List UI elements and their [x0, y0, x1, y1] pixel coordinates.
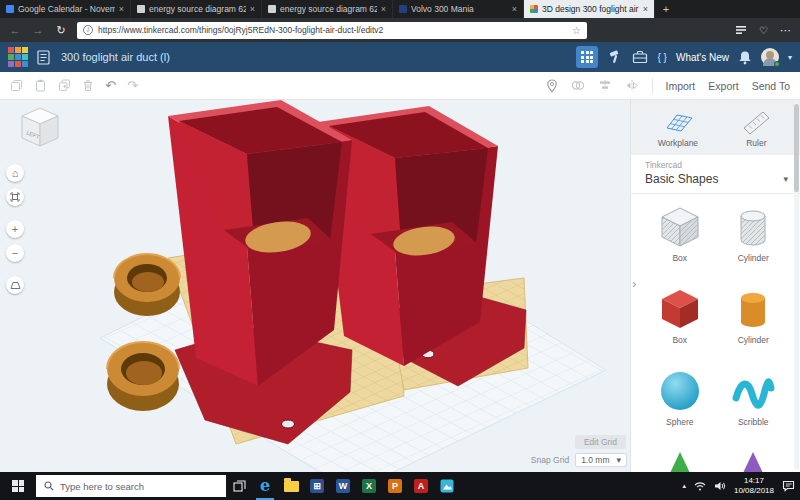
design-menu-icon[interactable]	[37, 50, 50, 65]
perspective-button[interactable]	[6, 276, 24, 294]
home-view-button[interactable]: ⌂	[6, 164, 24, 182]
briefcase-icon[interactable]	[632, 50, 648, 64]
browser-tab[interactable]: energy source diagram 62368 ×	[131, 0, 262, 18]
tab-close-icon[interactable]: ×	[250, 4, 255, 14]
network-icon[interactable]	[694, 481, 706, 491]
category-section: Tinkercad Basic Shapes ▾	[631, 155, 800, 194]
site-info-icon[interactable]: i	[83, 25, 93, 35]
store-button[interactable]: ⊞	[304, 472, 330, 500]
notifications-bell-icon[interactable]	[738, 50, 752, 65]
design-title[interactable]: 300 foglight air duct (l)	[61, 51, 170, 63]
ruler-helper[interactable]: Ruler	[739, 109, 773, 148]
delete-icon[interactable]	[82, 79, 94, 92]
scene-3d[interactable]	[0, 100, 630, 472]
shape-label: Cylinder	[738, 253, 769, 263]
tinkercad-logo[interactable]	[8, 47, 28, 67]
tinkercad-favicon-icon	[530, 5, 538, 13]
ring-top[interactable]	[114, 254, 180, 316]
tab-close-icon[interactable]: ×	[512, 4, 517, 14]
word-button[interactable]: W	[330, 472, 356, 500]
duct-left[interactable]	[168, 100, 352, 444]
hub-icon[interactable]	[735, 24, 747, 36]
cylinder-orange-icon	[731, 286, 775, 332]
task-view-icon	[233, 480, 246, 493]
tab-close-icon[interactable]: ×	[119, 4, 124, 14]
fit-view-button[interactable]	[6, 188, 24, 206]
start-button[interactable]	[0, 472, 36, 500]
codeblocks-icon[interactable]: { }	[657, 52, 666, 63]
browser-menu-icon[interactable]: ⋯	[780, 24, 792, 37]
task-view-button[interactable]	[226, 472, 252, 500]
workplane-helper[interactable]: Workplane	[658, 109, 698, 148]
acrobat-button[interactable]: A	[408, 472, 434, 500]
ring-bottom[interactable]	[107, 342, 179, 411]
ruler-label: Ruler	[746, 138, 766, 148]
pin-icon[interactable]	[546, 79, 558, 93]
photos-button[interactable]	[434, 472, 460, 500]
search-input[interactable]: Type here to search	[36, 475, 226, 497]
file-explorer-icon	[284, 481, 299, 492]
import-button[interactable]: Import	[666, 80, 696, 92]
design-canvas[interactable]: LEFT ⌂ + − Edit Grid	[0, 100, 630, 472]
edge-taskbar-button[interactable]: e	[252, 472, 278, 500]
view-blocks-button[interactable]	[576, 46, 598, 68]
new-tab-button[interactable]: +	[655, 0, 677, 18]
shape-box-red[interactable]: Box	[645, 286, 715, 360]
file-explorer-button[interactable]	[278, 472, 304, 500]
powerpoint-button[interactable]: P	[382, 472, 408, 500]
box-transparent-icon	[658, 204, 702, 250]
panel-scrollbar[interactable]	[794, 102, 799, 470]
excel-button[interactable]: X	[356, 472, 382, 500]
shape-box-transparent[interactable]: Box	[645, 204, 715, 278]
shape-cylinder-transparent[interactable]: Cylinder	[719, 204, 789, 278]
tab-close-icon[interactable]: ×	[643, 4, 648, 14]
taskbar-clock[interactable]: 14:17 10/08/2018	[734, 476, 774, 497]
scrollbar-thumb[interactable]	[794, 104, 799, 192]
shape-partial-green[interactable]	[645, 450, 715, 472]
browser-tab[interactable]: Google Calendar - November ×	[0, 0, 131, 18]
align-icon[interactable]	[598, 79, 612, 92]
shape-sphere[interactable]: Sphere	[645, 368, 715, 442]
shapes-panel: Workplane Ruler Tinkercad Basic Shapes ▾	[630, 100, 800, 472]
back-button[interactable]: ←	[8, 24, 22, 36]
action-center-icon[interactable]	[782, 480, 795, 492]
hammer-icon[interactable]	[607, 49, 623, 65]
duplicate-icon[interactable]	[58, 79, 71, 92]
undo-icon[interactable]: ↶	[105, 79, 116, 92]
favorite-star-icon[interactable]: ☆	[572, 25, 581, 36]
address-bar[interactable]: i https://www.tinkercad.com/things/0ojRy…	[77, 22, 587, 39]
redo-icon[interactable]: ↷	[127, 79, 138, 92]
tray-expand-icon[interactable]: ▴	[682, 482, 686, 490]
shape-partial-purple[interactable]	[719, 450, 789, 472]
zoom-out-button[interactable]: −	[6, 244, 24, 262]
category-dropdown[interactable]: Basic Shapes ▾	[645, 172, 788, 186]
edit-grid-button[interactable]: Edit Grid	[575, 435, 626, 449]
mirror-icon[interactable]	[625, 79, 639, 92]
editor-toolbar: ↶ ↷ Import Export S	[0, 72, 800, 100]
browser-tab[interactable]: Volvo 300 Mania ×	[393, 0, 524, 18]
page-favicon-icon	[268, 5, 276, 13]
forward-button[interactable]: →	[31, 24, 45, 36]
browser-tab-active[interactable]: 3D design 300 foglight air duct ×	[524, 0, 655, 18]
snap-grid-select[interactable]: 1.0 mm ▾	[575, 453, 627, 467]
category-label: Basic Shapes	[645, 172, 718, 186]
volume-icon[interactable]	[714, 481, 726, 491]
panel-collapse-chevron[interactable]: ›	[632, 276, 636, 291]
refresh-button[interactable]: ↻	[54, 24, 68, 37]
reading-list-heart-icon[interactable]: ♡	[759, 25, 768, 36]
send-to-button[interactable]: Send To	[752, 80, 790, 92]
user-avatar[interactable]	[761, 48, 779, 66]
shape-cylinder-orange[interactable]: Cylinder	[719, 286, 789, 360]
zoom-in-button[interactable]: +	[6, 220, 24, 238]
copy-icon[interactable]	[10, 79, 23, 92]
whats-new-link[interactable]: What's New	[676, 52, 729, 63]
export-button[interactable]: Export	[708, 80, 738, 92]
shape-scribble[interactable]: Scribble	[719, 368, 789, 442]
browser-tab[interactable]: energy source diagram 62368 ×	[262, 0, 393, 18]
view-cube[interactable]: LEFT	[18, 106, 62, 158]
paste-icon[interactable]	[34, 79, 47, 92]
helpers-section: Workplane Ruler	[631, 100, 800, 155]
account-caret-icon[interactable]: ▾	[788, 53, 792, 62]
group-icon[interactable]	[571, 79, 585, 92]
tab-close-icon[interactable]: ×	[381, 4, 386, 14]
